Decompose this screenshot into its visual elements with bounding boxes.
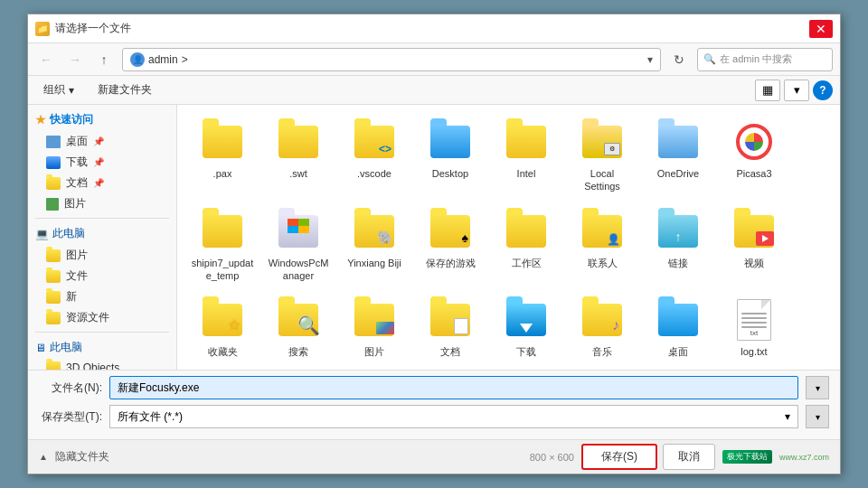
file-item-logtxt[interactable]: txt log.txt — [718, 292, 790, 364]
filename-dropdown[interactable]: ▾ — [806, 376, 829, 399]
this-computer-header: 💻 此电脑 — [28, 222, 176, 245]
local-settings-name: LocalSettings — [584, 167, 620, 193]
music-badge: ♪ — [612, 317, 619, 333]
3d-folder-icon — [46, 361, 61, 370]
pc-label: 此电脑 — [50, 340, 82, 355]
file-item-pax[interactable]: .pax — [186, 114, 259, 200]
cancel-button[interactable]: 取消 — [663, 444, 715, 470]
file-item-documents2[interactable]: 文档 — [414, 292, 486, 364]
file-item-desktop[interactable]: Desktop — [414, 114, 486, 200]
sidebar-label-3d: 3D Objects — [66, 361, 119, 370]
new-folder-button[interactable]: 新建文件夹 — [90, 79, 160, 101]
search-icon: 🔍 — [703, 53, 716, 65]
sidebar-item-files[interactable]: 文件 — [28, 266, 176, 286]
file-item-onedrive[interactable]: OneDrive — [642, 114, 714, 200]
sidebar-item-download[interactable]: 下载 📌 — [28, 152, 176, 173]
search-icon-wrap: 🔍 — [277, 298, 320, 342]
sidebar-item-resources[interactable]: 资源文件 — [28, 307, 176, 328]
sidebar-label-files: 文件 — [66, 268, 88, 284]
file-item-games[interactable]: ♠ 保存的游戏 — [414, 203, 486, 289]
button-group: 保存(S) 取消 — [581, 444, 715, 470]
download-arrow — [520, 324, 533, 333]
filetype-select[interactable]: 所有文件 (*.*) ▾ — [109, 405, 798, 428]
file-item-contacts[interactable]: 👤 联系人 — [566, 203, 638, 289]
file-item-local-settings[interactable]: ⚙ LocalSettings — [566, 114, 638, 200]
file-item-videos[interactable]: 视频 — [718, 203, 790, 289]
sidebar-label-desktop: 桌面 — [66, 134, 88, 149]
pc-header[interactable]: 🖥 此电脑 — [28, 336, 176, 359]
links-folder: ↑ — [658, 215, 698, 248]
vscode-badge: <> — [379, 143, 392, 155]
sidebar-label-docs: 文档 — [66, 175, 88, 191]
file-item-favorites[interactable]: ★ 收藏夹 — [186, 292, 259, 364]
back-button[interactable]: ← — [35, 49, 57, 70]
file-item-desktop2[interactable]: 桌面 — [642, 292, 714, 364]
toolbar: 组织 ▾ 新建文件夹 ▦ ▾ ? — [28, 76, 840, 105]
file-item-yinxiang[interactable]: 🐘 Yinxiang Biji — [338, 203, 410, 289]
doc2-badge — [454, 318, 468, 334]
dim-label: 800 × 600 — [530, 452, 574, 463]
close-button[interactable]: ✕ — [809, 20, 833, 38]
file-item-swt[interactable]: .swt — [262, 114, 335, 200]
logtxt-icon-wrap: txt — [732, 298, 776, 342]
file-item-pictures2[interactable]: 图片 — [338, 292, 410, 364]
organize-button[interactable]: 组织 ▾ — [35, 79, 82, 101]
sidebar-item-pictures[interactable]: 图片 — [28, 245, 176, 266]
view-dropdown[interactable]: ▾ — [784, 80, 809, 101]
desktop-folder — [430, 126, 470, 158]
file-dialog: 📁 请选择一个文件 ✕ ← → ↑ 👤 admin > ▾ ↻ 🔍 在 admi… — [27, 14, 841, 474]
file-item-search[interactable]: 🔍 搜索 — [262, 292, 335, 364]
file-item-music[interactable]: ♪ 音乐 — [566, 292, 638, 364]
sidebar-label-new: 新 — [66, 289, 77, 305]
workspace-folder — [506, 215, 546, 248]
swt-icon-wrap — [277, 120, 320, 164]
up-button[interactable]: ↑ — [93, 49, 115, 70]
elephant-badge: 🐘 — [376, 230, 394, 246]
file-item-picasa[interactable]: Picasa3 — [718, 114, 790, 200]
music-folder: ♪ — [582, 304, 622, 336]
file-item-workspace[interactable]: 工作区 — [490, 203, 562, 289]
view-button[interactable]: ▦ — [755, 80, 780, 101]
forward-button[interactable]: → — [64, 49, 86, 70]
onedrive-icon-wrap — [656, 120, 700, 164]
save-button[interactable]: 保存(S) — [581, 444, 657, 470]
file-item-downloads2[interactable]: 下载 — [490, 292, 562, 364]
hide-folders-label: 隐藏文件夹 — [55, 449, 109, 465]
file-item-links[interactable]: ↑ 链接 — [642, 203, 714, 289]
pax-folder — [203, 126, 242, 158]
file-item-vscode[interactable]: <> .vscode — [338, 114, 410, 200]
shipment-name: shipin7_update_temp — [191, 257, 254, 283]
windows-badge — [288, 219, 309, 233]
sidebar-divider — [35, 218, 169, 219]
filetype-dropdown[interactable]: ▾ — [806, 405, 829, 428]
pictures-folder-icon — [46, 249, 61, 262]
sidebar-label-resources: 资源文件 — [66, 310, 109, 325]
music-icon-wrap: ♪ — [580, 298, 624, 342]
yinxiang-name: Yinxiang Biji — [347, 257, 401, 269]
game-badge: ♠ — [462, 230, 468, 245]
sidebar-item-images[interactable]: 图片 — [28, 193, 176, 214]
shipment-icon-wrap — [201, 210, 244, 253]
main-area: ★ 快速访问 桌面 📌 下载 📌 文档 📌 图片 — [28, 105, 840, 370]
logtxt-name: log.txt — [741, 345, 767, 358]
search-box[interactable]: 🔍 在 admin 中搜索 — [697, 48, 833, 71]
sidebar-item-docs[interactable]: 文档 📌 — [28, 173, 176, 193]
sidebar-item-desktop[interactable]: 桌面 📌 — [28, 131, 176, 152]
desktop2-folder — [658, 304, 698, 336]
file-item-intel[interactable]: Intel — [490, 114, 562, 200]
filetype-row: 保存类型(T): 所有文件 (*.*) ▾ ▾ — [39, 405, 829, 428]
address-path[interactable]: 👤 admin > ▾ — [122, 48, 661, 71]
sidebar-item-new[interactable]: 新 — [28, 286, 176, 307]
picasa-name: Picasa3 — [736, 167, 771, 180]
file-item-winpc[interactable]: WindowsPcManager — [262, 203, 335, 289]
videos-icon-wrap — [732, 210, 776, 253]
music-name: 音乐 — [592, 345, 612, 358]
user-icon: 👤 — [130, 52, 145, 67]
favorites-folder: ★ — [203, 304, 242, 336]
file-item-shipment[interactable]: shipin7_update_temp — [186, 203, 259, 289]
refresh-button[interactable]: ↻ — [668, 49, 690, 70]
filename-input[interactable] — [109, 376, 798, 399]
sidebar-item-3d[interactable]: 3D Objects — [28, 359, 176, 370]
link-badge: ↑ — [675, 230, 682, 244]
help-button[interactable]: ? — [813, 80, 833, 100]
